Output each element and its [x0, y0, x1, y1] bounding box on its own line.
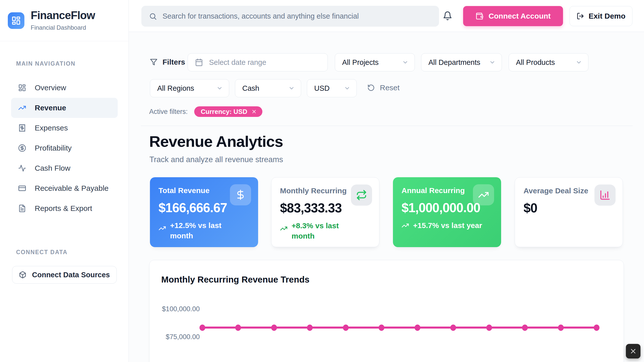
currency-filter-dropdown[interactable]: USD [307, 79, 357, 97]
payment-type-filter-dropdown[interactable]: Cash [235, 79, 301, 97]
chart-data-point[interactable] [379, 325, 384, 331]
sidebar-item-reports-export[interactable]: Reports & Export [11, 198, 118, 218]
kpi-value: $0 [524, 201, 537, 215]
kpi-trend-text: +12.5% vs last month [170, 220, 240, 241]
y-axis-tick-label: $75,000.00 [159, 333, 200, 341]
chart-data-point[interactable] [594, 325, 599, 331]
exit-demo-button[interactable]: Exit Demo [570, 6, 632, 26]
kpi-trend-text: +15.7% vs last year [413, 220, 482, 231]
chart-data-point[interactable] [271, 325, 277, 331]
circle-dollar-icon [18, 144, 26, 152]
departments-filter-dropdown[interactable]: All Departments [421, 53, 502, 71]
chevron-down-icon [576, 59, 582, 66]
sidebar-item-receivable-payable[interactable]: Receivable & Payable [11, 178, 118, 198]
sidebar-item-label: Receivable & Payable [35, 184, 109, 193]
bar-chart-icon [594, 185, 616, 206]
filters-label: Filters [163, 58, 185, 66]
main-navigation: Overview Revenue Expenses Profitability … [11, 78, 118, 218]
trending-up-icon [473, 184, 494, 205]
kpi-card-total-revenue: Total Revenue $166,666.67 +12.5% vs last… [150, 177, 258, 247]
projects-filter-dropdown[interactable]: All Projects [335, 53, 415, 71]
kpi-label: Annual Recurring [401, 186, 465, 195]
kpi-label: Monthly Recurring [280, 187, 347, 195]
search-input[interactable] [163, 12, 431, 20]
global-search[interactable] [141, 6, 439, 27]
chart-series-line [202, 327, 596, 329]
trending-up-icon [401, 222, 409, 229]
close-icon [629, 347, 637, 355]
chart-data-point[interactable] [415, 325, 420, 331]
reset-filters-button[interactable]: Reset [367, 83, 399, 92]
chevron-down-icon [402, 59, 409, 66]
app-logo [8, 12, 24, 29]
page-title: Revenue Analytics [149, 132, 283, 150]
kpi-value: $83,333.33 [280, 201, 342, 215]
kpi-card-annual-recurring: Annual Recurring $1,000,000.00 +15.7% vs… [393, 177, 501, 247]
connect-data-sources-button[interactable]: Connect Data Sources [12, 266, 117, 284]
connect-account-button[interactable]: Connect Account [463, 6, 563, 26]
reset-label: Reset [380, 83, 399, 92]
kpi-card-monthly-recurring: Monthly Recurring $83,333.33 +8.3% vs la… [271, 177, 379, 247]
chart-data-point[interactable] [486, 325, 492, 331]
close-icon[interactable] [251, 109, 257, 114]
filters-title: Filters [150, 58, 185, 66]
sidebar-item-label: Reports & Export [35, 204, 92, 213]
rotate-ccw-icon [367, 84, 375, 92]
notifications-bell-icon[interactable] [443, 11, 452, 21]
chart-data-point[interactable] [522, 325, 528, 331]
floating-close-button[interactable] [626, 344, 640, 358]
chart-data-point[interactable] [558, 325, 564, 331]
trending-up-icon [158, 224, 166, 241]
regions-filter-value: All Regions [157, 84, 194, 93]
wallet-icon [475, 12, 484, 20]
logo-section: FinanceFlow Financial Dashboard [0, 0, 129, 41]
active-filter-chip-currency[interactable]: Currency: USD [194, 106, 262, 117]
chevron-down-icon [216, 85, 223, 92]
chevron-down-icon [288, 85, 295, 92]
sidebar: FinanceFlow Financial Dashboard MAIN NAV… [0, 0, 129, 362]
dashboard-grid-icon [18, 84, 26, 92]
sidebar-item-expenses[interactable]: Expenses [11, 118, 118, 138]
kpi-value: $166,666.67 [158, 200, 227, 215]
mrr-chart-plot: $100,000.00$75,000.00$50,000.00 [149, 260, 624, 362]
kpi-trend: +12.5% vs last month [158, 220, 240, 241]
sidebar-item-profitability[interactable]: Profitability [11, 138, 118, 158]
kpi-value: $1,000,000.00 [401, 200, 480, 215]
regions-filter-dropdown[interactable]: All Regions [150, 79, 229, 97]
sidebar-item-label: Revenue [35, 104, 66, 112]
chart-data-point[interactable] [343, 325, 349, 331]
sidebar-item-label: Profitability [35, 144, 72, 152]
chart-data-point[interactable] [450, 325, 456, 331]
repeat-icon [351, 185, 372, 206]
chevron-down-icon [344, 85, 350, 92]
chart-data-point[interactable] [307, 325, 313, 331]
sidebar-item-revenue[interactable]: Revenue [11, 98, 118, 118]
projects-filter-value: All Projects [342, 58, 379, 67]
date-range-placeholder: Select date range [209, 58, 266, 67]
exit-demo-label: Exit Demo [589, 12, 626, 20]
credit-card-icon [18, 184, 26, 192]
receipt-icon [18, 124, 26, 132]
app-tagline: Financial Dashboard [31, 24, 86, 31]
page-subtitle: Track and analyze all revenue streams [149, 155, 283, 164]
mrr-trends-chart-card: Monthly Recurring Revenue Trends $100,00… [149, 260, 624, 362]
products-filter-dropdown[interactable]: All Products [509, 53, 588, 71]
search-icon [149, 12, 157, 20]
log-out-icon [577, 12, 584, 20]
active-filters-row: Active filters: Currency: USD [149, 106, 262, 117]
sidebar-item-cash-flow[interactable]: Cash Flow [11, 158, 118, 178]
funnel-icon [150, 58, 157, 66]
nav-section-label: MAIN NAVIGATION [16, 60, 75, 67]
date-range-input[interactable]: Select date range [188, 53, 328, 71]
chevron-down-icon [489, 59, 496, 66]
payment-type-filter-value: Cash [242, 84, 259, 93]
sidebar-item-overview[interactable]: Overview [11, 78, 118, 98]
departments-filter-value: All Departments [428, 58, 480, 67]
calendar-icon [195, 58, 203, 66]
kpi-trend-text: +8.3% vs last month [292, 221, 362, 241]
activity-icon [18, 164, 26, 172]
chart-data-point[interactable] [199, 325, 205, 331]
dollar-icon [230, 184, 251, 205]
active-filters-label: Active filters: [149, 108, 188, 116]
chart-data-point[interactable] [235, 325, 241, 331]
